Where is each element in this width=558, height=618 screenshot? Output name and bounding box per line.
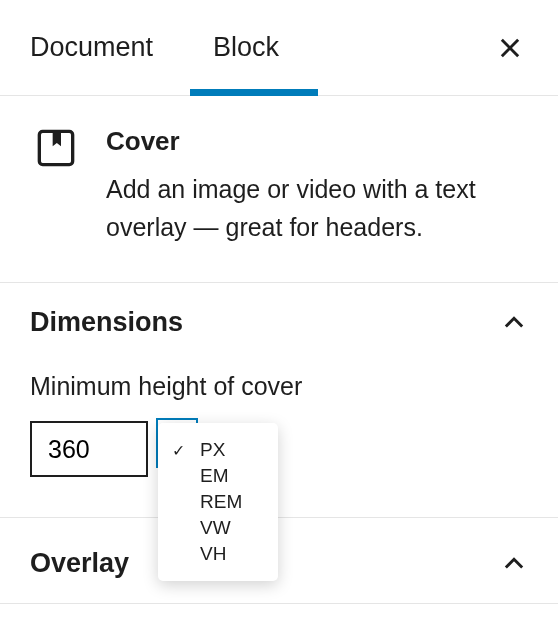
unit-option-label: VH [200, 543, 226, 565]
tab-block[interactable]: Block [185, 2, 307, 93]
panel-dimensions-title: Dimensions [30, 307, 183, 338]
chevron-up-icon [500, 550, 528, 578]
panel-dimensions: Dimensions Minimum height of cover ✓ PX … [0, 283, 558, 518]
panel-dimensions-body: Minimum height of cover ✓ PX EM REM [0, 362, 558, 517]
unit-dropdown: ✓ PX EM REM VW VH [158, 423, 278, 581]
block-title: Cover [106, 126, 528, 157]
sidebar-tabs: Document Block [0, 0, 558, 96]
block-card-text: Cover Add an image or video with a text … [106, 126, 528, 246]
min-height-label: Minimum height of cover [30, 372, 528, 401]
check-icon: ✓ [172, 441, 190, 460]
unit-option-label: PX [200, 439, 225, 461]
cover-block-icon [36, 128, 76, 168]
close-button[interactable] [496, 34, 524, 62]
unit-option-label: EM [200, 465, 229, 487]
block-description: Add an image or video with a text overla… [106, 171, 528, 246]
panel-overlay: Overlay [0, 518, 558, 604]
unit-option-label: REM [200, 491, 242, 513]
unit-option-rem[interactable]: REM [158, 489, 278, 515]
min-height-control: ✓ PX EM REM VW VH [30, 421, 528, 477]
min-height-input[interactable] [30, 421, 148, 477]
panel-dimensions-toggle[interactable]: Dimensions [0, 283, 558, 362]
chevron-up-icon [500, 309, 528, 337]
tab-document[interactable]: Document [30, 2, 185, 93]
tab-active-indicator [190, 89, 318, 96]
unit-option-vh[interactable]: VH [158, 541, 278, 567]
unit-option-label: VW [200, 517, 231, 539]
panel-overlay-toggle[interactable]: Overlay [0, 518, 558, 603]
close-icon [496, 34, 524, 62]
unit-option-vw[interactable]: VW [158, 515, 278, 541]
block-card: Cover Add an image or video with a text … [0, 96, 558, 283]
panel-overlay-title: Overlay [30, 548, 129, 579]
unit-option-px[interactable]: ✓ PX [158, 437, 278, 463]
unit-option-em[interactable]: EM [158, 463, 278, 489]
